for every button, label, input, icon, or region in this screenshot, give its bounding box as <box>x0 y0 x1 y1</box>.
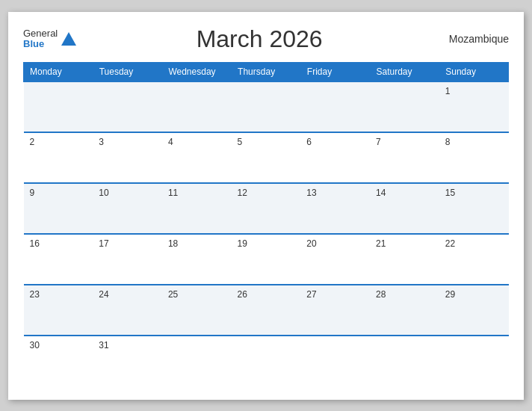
weekday-header-sunday: Sunday <box>439 62 509 81</box>
calendar-grid: MondayTuesdayWednesdayThursdayFridaySatu… <box>23 62 509 386</box>
day-number: 4 <box>168 137 173 147</box>
day-number: 6 <box>306 137 312 147</box>
calendar-cell <box>300 81 370 132</box>
calendar-cell: 12 <box>232 183 301 234</box>
logo-general-text: General <box>23 28 58 39</box>
calendar-cell: 13 <box>300 183 370 234</box>
calendar-cell <box>370 336 439 386</box>
day-number: 30 <box>30 340 40 350</box>
svg-marker-0 <box>61 32 76 46</box>
calendar-cell: 2 <box>24 132 93 183</box>
day-number: 16 <box>30 238 40 249</box>
calendar-cell <box>439 336 509 386</box>
day-number: 29 <box>445 289 455 300</box>
calendar-cell: 27 <box>300 285 370 336</box>
day-number: 10 <box>99 188 108 198</box>
calendar-cell: 7 <box>370 132 439 183</box>
weekday-header-friday: Friday <box>300 62 370 81</box>
day-number: 14 <box>376 188 386 198</box>
calendar-cell: 1 <box>439 81 509 132</box>
calendar-cell <box>300 336 370 386</box>
week-row-3: 9101112131415 <box>24 183 509 234</box>
day-number: 7 <box>376 137 381 147</box>
weekday-header-thursday: Thursday <box>232 62 301 81</box>
month-title: March 2026 <box>77 25 442 53</box>
day-number: 26 <box>238 289 247 300</box>
day-number: 19 <box>238 238 247 249</box>
country-name: Mozambique <box>442 33 509 45</box>
logo-blue-text: Blue <box>23 39 58 49</box>
calendar-cell: 5 <box>232 132 301 183</box>
day-number: 27 <box>306 289 316 300</box>
week-row-1: 1 <box>24 81 509 132</box>
calendar-cell <box>24 81 93 132</box>
calendar-cell: 15 <box>439 183 509 234</box>
week-row-5: 23242526272829 <box>24 285 509 336</box>
day-number: 24 <box>99 289 108 300</box>
day-number: 5 <box>238 137 243 147</box>
day-number: 1 <box>445 86 451 96</box>
calendar-cell: 4 <box>162 132 232 183</box>
calendar-cell: 16 <box>24 234 93 285</box>
calendar-cell: 23 <box>24 285 93 336</box>
calendar-cell: 21 <box>370 234 439 285</box>
calendar-cell: 19 <box>232 234 301 285</box>
calendar-cell: 28 <box>370 285 439 336</box>
day-number: 23 <box>30 289 40 300</box>
calendar-cell <box>232 336 301 386</box>
calendar-cell: 10 <box>93 183 162 234</box>
calendar-cell: 9 <box>24 183 93 234</box>
calendar-cell: 26 <box>232 285 301 336</box>
calendar-cell <box>370 81 439 132</box>
day-number: 21 <box>376 238 386 249</box>
day-number: 20 <box>306 238 316 249</box>
calendar-cell: 25 <box>162 285 232 336</box>
day-number: 3 <box>99 137 104 147</box>
day-number: 17 <box>99 238 108 249</box>
calendar-cell <box>232 81 301 132</box>
day-number: 18 <box>168 238 178 249</box>
day-number: 8 <box>445 137 451 147</box>
weekday-header-monday: Monday <box>24 62 93 81</box>
weekday-header-saturday: Saturday <box>370 62 439 81</box>
day-number: 2 <box>30 137 35 147</box>
calendar-header: General Blue March 2026 Mozambique <box>23 25 509 53</box>
calendar-cell: 31 <box>93 336 162 386</box>
calendar-cell: 14 <box>370 183 439 234</box>
logo: General Blue <box>23 28 77 50</box>
calendar-cell: 30 <box>24 336 93 386</box>
weekday-header-row: MondayTuesdayWednesdayThursdayFridaySatu… <box>24 62 509 81</box>
calendar-cell: 24 <box>93 285 162 336</box>
day-number: 12 <box>238 188 247 198</box>
calendar-cell <box>162 336 232 386</box>
day-number: 15 <box>445 188 455 198</box>
week-row-4: 16171819202122 <box>24 234 509 285</box>
calendar-cell <box>162 81 232 132</box>
weekday-header-wednesday: Wednesday <box>162 62 232 81</box>
calendar-cell: 8 <box>439 132 509 183</box>
calendar-cell: 3 <box>93 132 162 183</box>
day-number: 11 <box>168 188 178 198</box>
calendar-cell: 17 <box>93 234 162 285</box>
calendar-cell: 11 <box>162 183 232 234</box>
weekday-header-tuesday: Tuesday <box>93 62 162 81</box>
calendar-cell: 18 <box>162 234 232 285</box>
day-number: 28 <box>376 289 386 300</box>
day-number: 9 <box>30 188 35 198</box>
day-number: 31 <box>99 340 108 350</box>
calendar-cell: 6 <box>300 132 370 183</box>
day-number: 13 <box>306 188 316 198</box>
logo-triangle-icon <box>61 31 77 47</box>
calendar-cell: 20 <box>300 234 370 285</box>
week-row-6: 3031 <box>24 336 509 386</box>
calendar-cell <box>93 81 162 132</box>
calendar-cell: 29 <box>439 285 509 336</box>
week-row-2: 2345678 <box>24 132 509 183</box>
calendar-cell: 22 <box>439 234 509 285</box>
day-number: 22 <box>445 238 455 249</box>
calendar-container: General Blue March 2026 Mozambique Monda… <box>8 12 524 400</box>
day-number: 25 <box>168 289 178 300</box>
